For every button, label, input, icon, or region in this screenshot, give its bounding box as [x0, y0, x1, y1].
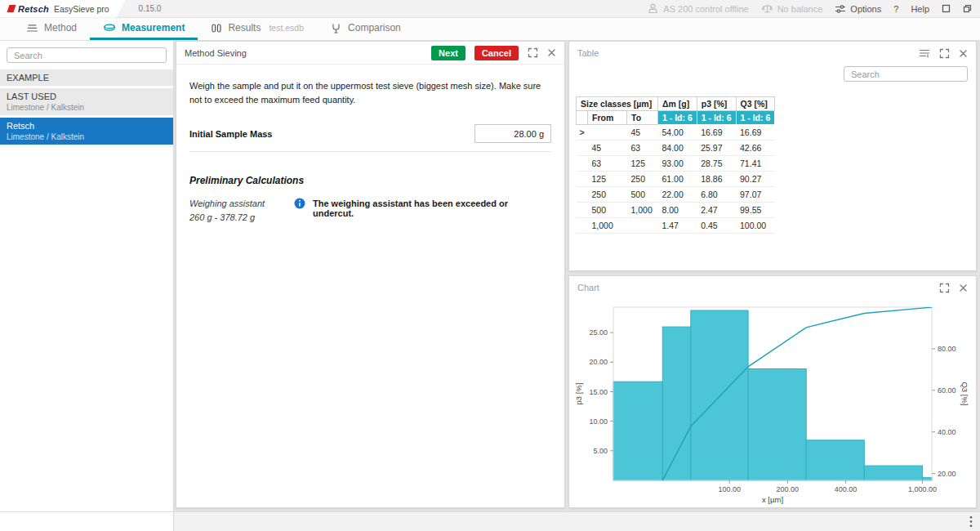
table-wrap: Size classes [µm] Δm [g] p3 [%] Q3 [%] F…	[569, 96, 976, 234]
balance-status: No balance	[761, 3, 823, 14]
sidebar-item-title: LAST USED	[7, 91, 167, 101]
row-selector-marker[interactable]: >	[577, 125, 588, 141]
more-options-button[interactable]	[969, 515, 973, 528]
col-header-dm[interactable]: Δm [g]	[658, 97, 697, 111]
series-id-cell[interactable]: 1 - Id: 6	[697, 111, 736, 125]
close-icon	[959, 283, 968, 292]
svg-text:15.00: 15.00	[589, 388, 608, 396]
maximize-window-button[interactable]	[942, 4, 951, 13]
row-selector-marker[interactable]	[577, 141, 588, 156]
tab-measurement-label: Measurement	[122, 22, 185, 33]
table-close-button[interactable]	[959, 49, 968, 58]
table-search-input[interactable]	[844, 66, 968, 82]
weighing-warning-text: The weighing assistant has been exceeded…	[313, 198, 551, 218]
initial-sample-mass-label: Initial Sample Mass	[189, 129, 272, 139]
cell-from: 125	[588, 172, 627, 187]
row-selector-marker[interactable]	[577, 203, 588, 218]
tab-comparison[interactable]: Comparison	[317, 18, 414, 40]
next-button[interactable]: Next	[431, 46, 466, 60]
selector-column-header	[577, 111, 588, 125]
fullscreen-icon	[939, 283, 950, 293]
cell-dm: 93.00	[658, 156, 697, 172]
help-shortcut-button[interactable]: ?	[893, 4, 898, 14]
cell-to: 63	[627, 141, 658, 156]
tab-method[interactable]: Method	[13, 18, 90, 40]
sidebar-item-title: Retsch	[7, 121, 167, 131]
logo-tab: Retsch EasySieve pro	[0, 0, 126, 18]
sliders-icon	[835, 4, 846, 14]
balance-scale-icon	[761, 3, 773, 14]
method-panel-header: Method Sieving Next Cancel	[176, 42, 564, 65]
sidebar: EXAMPLE LAST USED Limestone / Kalkstein …	[0, 41, 174, 511]
table-options-icon	[919, 48, 930, 58]
row-selector-marker[interactable]	[577, 218, 588, 234]
svg-text:40.00: 40.00	[938, 428, 956, 436]
row-selector-marker[interactable]	[577, 172, 588, 187]
table-header-row-series: From To 1 - Id: 6 1 - Id: 6 1 - Id: 6	[577, 111, 775, 125]
table-row[interactable]: 63 125 93.00 28.75 71.41	[577, 156, 775, 172]
svg-text:Q3 [%]: Q3 [%]	[960, 382, 969, 405]
tab-results-label: Results	[228, 22, 261, 33]
bottom-bar-sidebar-section	[0, 512, 174, 531]
svg-text:100.00: 100.00	[718, 485, 741, 493]
sieve-machine-icon	[647, 3, 659, 14]
method-close-button[interactable]	[547, 48, 556, 57]
restore-window-button[interactable]	[963, 4, 972, 13]
chart-close-button[interactable]	[959, 283, 968, 292]
chart-panel-header: Chart	[569, 276, 976, 299]
chart-fullscreen-button[interactable]	[939, 283, 950, 293]
weighing-assistant-label: Weighing assistant	[189, 197, 281, 211]
sidebar-item-example[interactable]: EXAMPLE	[0, 69, 173, 86]
svg-text:25.00: 25.00	[589, 328, 608, 337]
table-panel: Table	[568, 41, 977, 271]
row-selector-marker[interactable]	[577, 187, 588, 203]
table-row[interactable]: 45 63 84.00 25.97 42.66	[577, 141, 775, 156]
table-row[interactable]: 1,000 1.47 0.45 100.00	[577, 218, 775, 234]
row-selector-marker[interactable]	[577, 156, 588, 172]
table-row[interactable]: 125 250 61.00 18.86 90.27	[577, 172, 775, 187]
method-panel-body: Weigh the sample and put it on the upper…	[176, 65, 564, 239]
tab-measurement[interactable]: Measurement	[90, 18, 198, 40]
table-panel-title: Table	[577, 48, 599, 58]
table-fullscreen-button[interactable]	[939, 48, 950, 59]
window-maximize-icon	[942, 4, 951, 13]
cell-q3: 97.07	[736, 187, 775, 203]
series-id-cell[interactable]: 1 - Id: 6	[658, 111, 697, 125]
results-bars-icon	[211, 23, 222, 33]
col-header-to[interactable]: To	[627, 111, 658, 125]
series-id-cell[interactable]: 1 - Id: 6	[736, 111, 775, 125]
sidebar-item-retsch[interactable]: Retsch Limestone / Kalkstein	[0, 118, 173, 145]
sidebar-search-input[interactable]	[7, 47, 167, 63]
close-icon	[959, 49, 968, 58]
table-row[interactable]: > 45 54.00 16.69 16.69	[577, 125, 775, 141]
cell-p3: 0.45	[697, 218, 736, 234]
cell-q3: 99.55	[736, 203, 775, 218]
cell-q3: 90.27	[736, 172, 775, 187]
table-row[interactable]: 500 1,000 8.00 2.47 99.55	[577, 203, 775, 218]
sidebar-item-last-used[interactable]: LAST USED Limestone / Kalkstein	[0, 88, 173, 115]
method-fullscreen-button[interactable]	[528, 47, 538, 58]
tab-bar: Method Measurement Results test.esdb Com…	[0, 18, 980, 41]
options-label: Options	[850, 4, 881, 14]
col-header-q3[interactable]: Q3 [%]	[736, 97, 775, 111]
col-header-from[interactable]: From	[588, 111, 627, 125]
table-panel-header: Table	[569, 42, 976, 65]
svg-text:x [µm]: x [µm]	[762, 495, 783, 504]
sidebar-item-subtitle: Limestone / Kalkstein	[7, 103, 167, 112]
options-button[interactable]: Options	[835, 4, 881, 14]
close-icon	[547, 48, 556, 57]
cell-q3: 16.69	[736, 125, 775, 141]
cell-dm: 61.00	[658, 172, 697, 187]
initial-sample-mass-input[interactable]	[474, 124, 551, 143]
cell-to: 250	[627, 172, 658, 187]
method-sieving-panel: Method Sieving Next Cancel	[176, 41, 565, 508]
cell-q3: 42.66	[736, 141, 775, 156]
tab-results[interactable]: Results test.esdb	[198, 18, 317, 40]
table-row[interactable]: 250 500 22.00 6.80 97.07	[577, 187, 775, 203]
table-options-button[interactable]	[919, 48, 930, 58]
help-button[interactable]: Help	[911, 4, 929, 14]
cancel-button[interactable]: Cancel	[474, 46, 519, 60]
sidebar-item-subtitle: Limestone / Kalkstein	[7, 132, 167, 141]
col-header-p3[interactable]: p3 [%]	[697, 97, 736, 111]
cell-p3: 28.75	[697, 156, 736, 172]
